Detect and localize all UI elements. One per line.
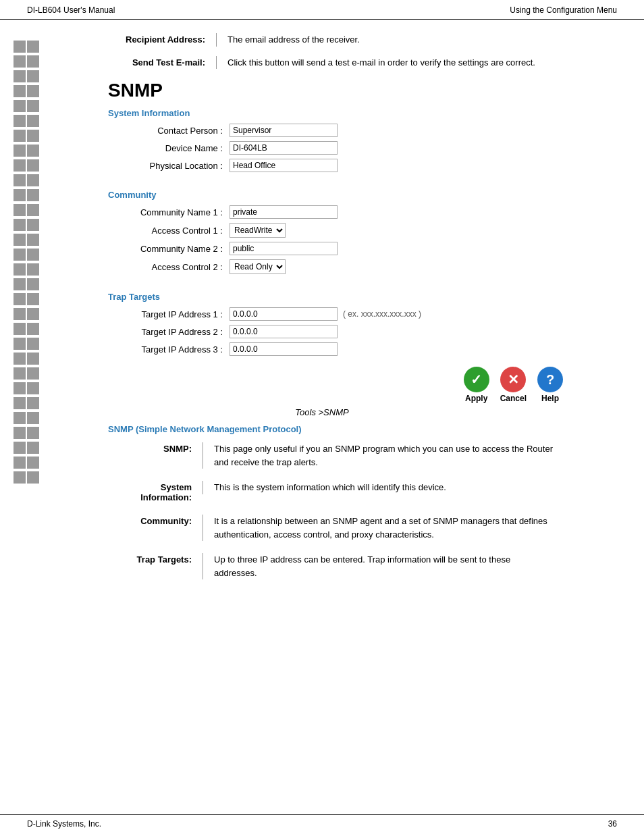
gray-block-19-b [27, 323, 39, 335]
gray-block-21-b [27, 353, 39, 365]
left-decorative-blocks [14, 41, 39, 486]
gray-block-24-b [27, 397, 39, 409]
send-test-email-value: Click this button will send a test e-mai… [216, 56, 535, 70]
gray-block-29-a [14, 471, 26, 484]
gray-block-2-a [14, 70, 26, 82]
gray-block-28-a [14, 457, 26, 469]
system-info-desc-value: This is the system information which wil… [203, 481, 446, 494]
gray-block-26-b [27, 427, 39, 439]
access-control-1-row: Access Control 1 : ReadWrite Read Only [108, 223, 617, 238]
gray-block-10-b [27, 189, 39, 201]
help-button[interactable]: ? Help [537, 367, 563, 403]
gray-block-pair-20 [14, 338, 39, 351]
page: DI-LB604 User's Manual Using the Configu… [0, 0, 644, 834]
gray-block-18-b [27, 308, 39, 320]
access-control-2-select[interactable]: Read Only ReadWrite [230, 259, 286, 274]
trap-targets-desc-value: Up to three IP address can be entered. T… [203, 553, 554, 579]
snmp-link-heading[interactable]: SNMP (Simple Network Management Protocol… [108, 424, 617, 434]
gray-block-pair-13 [14, 234, 39, 247]
apply-label: Apply [465, 394, 487, 403]
gray-block-14-b [27, 249, 39, 261]
gray-block-pair-21 [14, 353, 39, 366]
gray-block-pair-25 [14, 412, 39, 425]
gray-block-15-b [27, 263, 39, 276]
community-desc-value: It is a relationship between an SNMP age… [203, 515, 554, 541]
gray-block-12-a [14, 219, 26, 231]
community-desc-row: Community: It is a relationship between … [108, 515, 617, 541]
gray-block-20-a [14, 338, 26, 350]
gray-block-19-a [14, 323, 26, 335]
descriptions-section: SNMP: This page only useful if you an SN… [108, 442, 617, 579]
recipient-address-value: The email address of the receiver. [216, 33, 360, 47]
recipient-address-label: Recipient Address: [108, 33, 216, 45]
gray-block-5-b [27, 115, 39, 127]
recipient-address-row: Recipient Address: The email address of … [108, 33, 617, 47]
access-control-2-label: Access Control 2 : [108, 262, 230, 272]
buttons-row: ✓ Apply ✕ Cancel ? Help [464, 367, 563, 403]
gray-block-6-a [14, 130, 26, 142]
help-label: Help [541, 394, 559, 403]
gray-block-pair-6 [14, 130, 39, 143]
gray-block-16-b [27, 278, 39, 290]
gray-block-9-b [27, 174, 39, 186]
trap-targets-form: Target IP Address 1 : ( ex. xxx.xxx.xxx.… [108, 307, 617, 356]
community-form: Community Name 1 : Access Control 1 : Re… [108, 205, 617, 274]
device-name-input[interactable] [230, 141, 338, 155]
gray-block-17-b [27, 293, 39, 305]
physical-location-row: Physical Location : [108, 159, 617, 172]
community-name-1-input[interactable] [230, 205, 338, 219]
gray-block-pair-18 [14, 308, 39, 321]
physical-location-label: Physical Location : [108, 161, 230, 171]
access-control-1-select[interactable]: ReadWrite Read Only [230, 223, 286, 238]
gray-block-23-a [14, 382, 26, 394]
gray-block-pair-26 [14, 427, 39, 440]
trap-targets-heading: Trap Targets [108, 292, 617, 302]
target-ip-2-row: Target IP Address 2 : [108, 325, 617, 338]
target-ip-2-input[interactable] [230, 325, 338, 338]
gray-block-27-a [14, 442, 26, 454]
access-control-2-row: Access Control 2 : Read Only ReadWrite [108, 259, 617, 274]
cancel-button[interactable]: ✕ Cancel [500, 367, 527, 403]
gray-block-pair-5 [14, 115, 39, 128]
gray-block-pair-17 [14, 293, 39, 307]
gray-block-pair-7 [14, 145, 39, 158]
physical-location-input[interactable] [230, 159, 338, 172]
contact-person-input[interactable] [230, 124, 338, 137]
snmp-desc-row: SNMP: This page only useful if you an SN… [108, 442, 617, 469]
gray-block-3-b [27, 85, 39, 97]
gray-block-15-a [14, 263, 26, 276]
gray-block-9-a [14, 174, 26, 186]
gray-block-pair-19 [14, 323, 39, 336]
gray-block-pair-0 [14, 41, 39, 54]
apply-button[interactable]: ✓ Apply [464, 367, 489, 403]
system-information-form: Contact Person : Device Name : Physical … [108, 124, 617, 172]
community-name-2-input[interactable] [230, 242, 338, 255]
gray-block-16-a [14, 278, 26, 290]
gray-block-2-b [27, 70, 39, 82]
snmp-main-title: SNMP [108, 80, 617, 101]
gray-block-0-a [14, 41, 26, 53]
main-content: Recipient Address: The email address of … [0, 20, 644, 632]
gray-block-28-b [27, 457, 39, 469]
target-ip-3-row: Target IP Address 3 : [108, 342, 617, 356]
page-footer: D-Link Systems, Inc. 36 [0, 814, 644, 834]
target-ip-3-input[interactable] [230, 342, 338, 356]
gray-block-pair-23 [14, 382, 39, 396]
gray-block-25-b [27, 412, 39, 424]
community-heading: Community [108, 190, 617, 200]
target-ip-1-input[interactable] [230, 307, 338, 321]
page-header: DI-LB604 User's Manual Using the Configu… [0, 0, 644, 20]
gray-block-pair-10 [14, 189, 39, 203]
header-left: DI-LB604 User's Manual [27, 5, 115, 15]
gray-block-4-a [14, 100, 26, 112]
gray-block-12-b [27, 219, 39, 231]
gray-block-pair-29 [14, 471, 39, 485]
gray-block-pair-9 [14, 174, 39, 188]
gray-block-pair-24 [14, 397, 39, 411]
gray-block-11-b [27, 204, 39, 216]
gray-block-26-a [14, 427, 26, 439]
gray-block-pair-16 [14, 278, 39, 292]
target-ip-2-label: Target IP Address 2 : [108, 327, 230, 337]
send-test-email-label: Send Test E-mail: [108, 56, 216, 68]
gray-block-22-b [27, 367, 39, 380]
